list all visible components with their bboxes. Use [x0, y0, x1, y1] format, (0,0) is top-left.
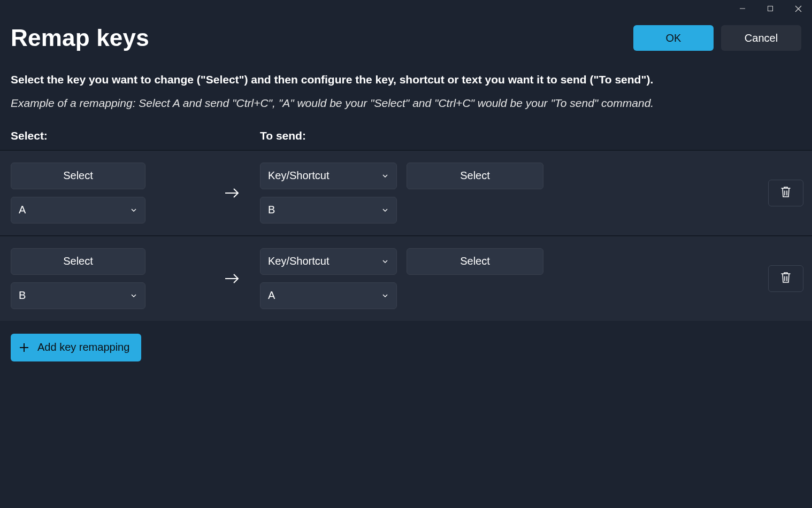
- send-type-dropdown[interactable]: Key/Shortcut: [260, 163, 397, 189]
- page-title: Remap keys: [11, 25, 149, 51]
- column-header-select: Select:: [11, 129, 260, 142]
- description: Select the key you want to change ("Sele…: [0, 51, 812, 111]
- description-example: Example of a remapping: Select A and sen…: [11, 96, 801, 111]
- delete-column: [768, 265, 803, 292]
- arrow-icon: [203, 269, 260, 288]
- chevron-down-icon: [381, 172, 389, 180]
- chevron-down-icon: [381, 258, 389, 265]
- send-type-dropdown[interactable]: Key/Shortcut: [260, 248, 397, 275]
- plus-icon: [18, 342, 30, 353]
- send-key-dropdown[interactable]: A: [260, 282, 397, 309]
- add-remapping-button[interactable]: Add key remapping: [11, 334, 141, 361]
- remap-row: Select A Key/Shortcut B Sele: [0, 150, 812, 235]
- chevron-down-icon: [130, 292, 137, 299]
- maximize-button[interactable]: [756, 0, 784, 17]
- minimize-button[interactable]: [729, 0, 756, 17]
- add-remapping-label: Add key remapping: [37, 341, 129, 353]
- header: Remap keys OK Cancel: [0, 19, 812, 51]
- column-headers: Select: To send:: [0, 111, 812, 150]
- send-key-value: B: [268, 204, 275, 216]
- select-key-button[interactable]: Select: [11, 248, 145, 275]
- delete-row-button[interactable]: [768, 265, 803, 292]
- send-column: Key/Shortcut A Select: [260, 248, 543, 309]
- chevron-down-icon: [381, 206, 389, 214]
- send-column: Key/Shortcut B Select: [260, 163, 543, 224]
- trash-icon: [779, 185, 792, 201]
- cancel-button[interactable]: Cancel: [721, 25, 801, 51]
- select-column: Select A: [11, 163, 203, 224]
- send-select-button[interactable]: Select: [407, 163, 543, 189]
- arrow-icon: [203, 183, 260, 203]
- send-key-value: A: [268, 289, 275, 302]
- send-type-value: Key/Shortcut: [268, 170, 330, 182]
- send-key-dropdown[interactable]: B: [260, 197, 397, 224]
- delete-row-button[interactable]: [768, 180, 803, 206]
- select-key-button[interactable]: Select: [11, 163, 145, 189]
- add-row-container: Add key remapping: [0, 321, 812, 374]
- send-stack: Key/Shortcut A: [260, 248, 397, 309]
- chevron-down-icon: [130, 206, 137, 214]
- select-key-dropdown[interactable]: B: [11, 282, 145, 309]
- svg-rect-1: [768, 6, 773, 11]
- select-key-value: B: [19, 289, 26, 302]
- ok-button[interactable]: OK: [633, 25, 714, 51]
- select-key-value: A: [19, 204, 26, 216]
- window-controls: [729, 0, 812, 17]
- trash-icon: [779, 271, 792, 286]
- send-type-value: Key/Shortcut: [268, 255, 330, 267]
- title-bar: [0, 0, 812, 19]
- send-stack: Key/Shortcut B: [260, 163, 397, 224]
- delete-column: [768, 180, 803, 206]
- description-main: Select the key you want to change ("Sele…: [11, 72, 801, 87]
- column-header-to-send: To send:: [260, 129, 306, 142]
- select-key-dropdown[interactable]: A: [11, 197, 145, 224]
- close-button[interactable]: [784, 0, 812, 17]
- select-column: Select B: [11, 248, 203, 309]
- action-buttons: OK Cancel: [633, 25, 801, 51]
- chevron-down-icon: [381, 292, 389, 299]
- send-select-button[interactable]: Select: [407, 248, 543, 275]
- remap-row: Select B Key/Shortcut A Sele: [0, 235, 812, 321]
